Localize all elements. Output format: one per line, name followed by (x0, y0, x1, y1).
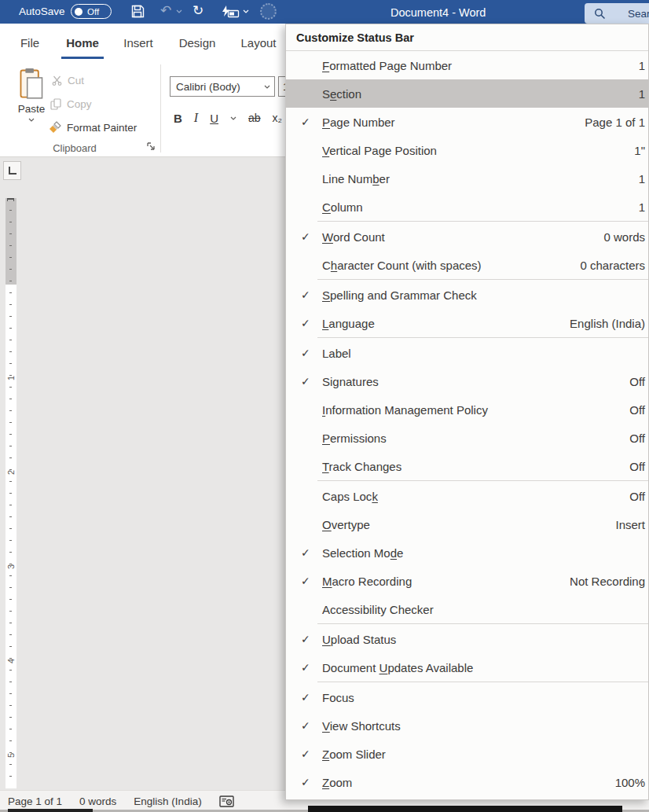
check-icon: ✓ (286, 691, 322, 704)
tab-file[interactable]: File (13, 24, 47, 61)
font-name-value: Calibri (Body) (170, 81, 240, 93)
status-word-count[interactable]: 0 words (79, 795, 116, 807)
menu-item-character-count-with-spaces[interactable]: Character Count (with spaces)0 character… (286, 251, 648, 279)
lightning-box-icon[interactable] (221, 6, 240, 18)
menu-separator (317, 337, 648, 338)
ruler-tick (9, 587, 12, 588)
ruler-tick (9, 387, 12, 388)
tab-layout[interactable]: Layout (233, 24, 284, 61)
ruler-tick (9, 481, 12, 482)
menu-item-formatted-page-number[interactable]: Formatted Page Number1 (286, 51, 648, 79)
menu-item-signatures[interactable]: ✓SignaturesOff (286, 367, 648, 395)
menu-item-upload-status[interactable]: ✓Upload Status (286, 625, 648, 653)
macro-recording-icon[interactable] (219, 795, 234, 807)
taskbar-edge-right (308, 806, 622, 812)
paste-label: Paste (18, 103, 46, 115)
menu-item-label: Line Number (322, 172, 639, 186)
format-painter-button[interactable]: Format Painter (49, 118, 137, 137)
menu-item-zoom[interactable]: ✓Zoom100% (286, 768, 648, 796)
menu-item-information-management-policy[interactable]: Information Management PolicyOff (286, 395, 648, 424)
menu-item-vertical-page-position[interactable]: Vertical Page Position1" (286, 136, 648, 164)
menu-item-overtype[interactable]: OvertypeInsert (286, 510, 648, 538)
menu-item-page-number[interactable]: ✓Page NumberPage 1 of 1 (286, 108, 648, 136)
ruler-top-margin[interactable] (6, 198, 16, 285)
underline-button[interactable]: U (210, 112, 218, 125)
copy-button[interactable]: Copy (50, 94, 92, 113)
menu-item-document-updates-available[interactable]: ✓Document Updates Available (286, 653, 648, 682)
ruler-tick (9, 292, 12, 293)
undo-chevron-icon[interactable] (176, 9, 182, 13)
font-format-row: B I U ab x₂ (174, 106, 282, 130)
paste-button[interactable]: Paste (13, 68, 50, 122)
ruler-tick (9, 740, 12, 741)
ruler-tick (9, 552, 12, 553)
menu-item-accessibility-checker[interactable]: Accessibility Checker (286, 595, 648, 623)
menu-item-word-count[interactable]: ✓Word Count0 words (286, 222, 648, 251)
menu-item-label[interactable]: ✓Label (286, 339, 648, 367)
tab-insert[interactable]: Insert (115, 24, 162, 61)
ruler-tick (9, 340, 12, 340)
font-name-combobox[interactable]: Calibri (Body) (170, 76, 275, 97)
autosave-toggle[interactable]: Off (71, 4, 112, 19)
search-box[interactable]: Search (585, 3, 649, 24)
autosave-label: AutoSave (19, 6, 65, 17)
status-language[interactable]: English (India) (134, 795, 201, 807)
ruler-tick (9, 540, 12, 541)
status-page-number[interactable]: Page 1 of 1 (8, 795, 62, 807)
save-icon[interactable] (130, 4, 145, 19)
menu-item-view-shortcuts[interactable]: ✓View Shortcuts (286, 711, 648, 740)
menu-item-label: Document Updates Available (322, 661, 645, 674)
menu-item-focus[interactable]: ✓Focus (286, 683, 648, 711)
ruler-margin-marker (7, 198, 14, 201)
ruler-tick (9, 269, 12, 270)
menu-item-label: Spelling and Grammar Check (322, 288, 645, 302)
menu-item-label: Column (322, 200, 639, 214)
toggle-knob-icon (75, 8, 82, 16)
menu-item-track-changes[interactable]: Track ChangesOff (286, 452, 648, 480)
menu-item-caps-lock[interactable]: Caps LockOff (286, 482, 648, 510)
ruler-tick (9, 611, 12, 612)
menu-item-section[interactable]: Section1 (286, 79, 648, 108)
copy-icon (50, 98, 61, 110)
menu-item-zoom-slider[interactable]: ✓Zoom Slider (286, 740, 648, 768)
menu-item-permissions[interactable]: PermissionsOff (286, 424, 648, 452)
check-icon: ✓ (286, 546, 322, 559)
menu-item-line-number[interactable]: Line Number1 (286, 164, 648, 193)
menu-item-value: 0 words (603, 230, 645, 244)
format-painter-label: Format Painter (67, 122, 137, 134)
tab-home[interactable]: Home (58, 24, 107, 61)
ruler-tick (9, 705, 12, 706)
menu-item-value: Off (629, 490, 645, 503)
subscript-button[interactable]: x₂ (273, 112, 282, 124)
vertical-ruler[interactable]: 12345 (6, 198, 16, 788)
ruler-tick (9, 457, 12, 458)
redo-icon[interactable]: ↻ (192, 2, 204, 20)
bold-button[interactable]: B (174, 112, 182, 125)
ruler-tick (9, 363, 12, 364)
cut-button[interactable]: Cut (52, 71, 84, 90)
account-avatar-placeholder[interactable] (260, 3, 277, 20)
tab-stop-selector[interactable] (3, 161, 21, 180)
menu-item-column[interactable]: Column1 (286, 193, 648, 221)
menu-item-language[interactable]: ✓LanguageEnglish (India) (286, 309, 648, 337)
menu-item-selection-mode[interactable]: ✓Selection Mode (286, 538, 648, 567)
font-name-chevron-icon[interactable] (264, 85, 270, 89)
menu-item-spelling-and-grammar-check[interactable]: ✓Spelling and Grammar Check (286, 281, 648, 309)
ruler-number: 3 (6, 562, 16, 571)
ruler-tick (9, 729, 12, 729)
clipboard-dialog-launcher-icon[interactable] (146, 141, 157, 152)
ruler-tick (9, 245, 12, 246)
ruler-number: 2 (6, 468, 16, 477)
tab-design[interactable]: Design (171, 24, 223, 61)
menu-item-macro-recording[interactable]: ✓Macro RecordingNot Recording (286, 567, 648, 595)
underline-chevron-icon[interactable] (230, 116, 236, 120)
copy-label: Copy (67, 98, 92, 110)
menu-item-label: Upload Status (322, 633, 645, 646)
ruler-tick (9, 233, 12, 234)
strikethrough-button[interactable]: ab (248, 112, 261, 124)
italic-button[interactable]: I (194, 111, 198, 125)
autosave-state: Off (87, 7, 99, 17)
undo-icon[interactable]: ↶ (160, 2, 171, 20)
lightning-chevron-icon[interactable] (243, 9, 249, 13)
cut-label: Cut (68, 75, 84, 86)
